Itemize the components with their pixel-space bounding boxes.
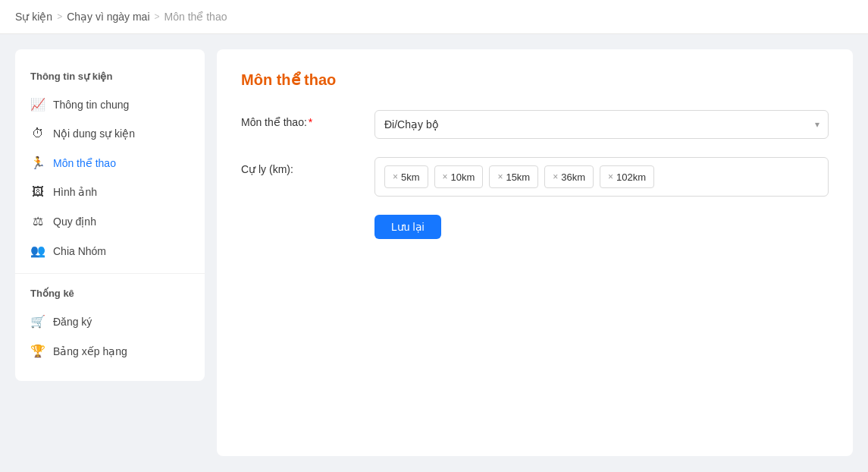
tag-close-36km[interactable]: ×	[553, 171, 558, 182]
tag-5km: × 5km	[384, 165, 428, 188]
tag-15km: × 15km	[489, 165, 538, 188]
distance-label: Cự ly (km):	[241, 157, 362, 175]
sidebar-divider	[15, 273, 205, 274]
tag-label-36km: 36km	[561, 171, 585, 183]
tag-label-15km: 15km	[506, 171, 530, 183]
sidebar-item-noi-dung-su-kien[interactable]: ⏱ Nội dung sự kiện	[15, 119, 205, 148]
breadcrumb-sep-2: >	[155, 11, 160, 22]
sidebar-label-thong-tin-chung: Thông tin chung	[53, 99, 129, 111]
sidebar-item-hinh-anh[interactable]: 🖼 Hình ảnh	[15, 178, 205, 206]
tag-close-102km[interactable]: ×	[608, 171, 613, 182]
sport-type-row: Môn thể thao:* Đi/Chạy bộ Đạp xe Bơi lội…	[241, 110, 829, 139]
tag-label-5km: 5km	[401, 171, 420, 183]
distance-row: Cự ly (km): × 5km × 10km × 15km	[241, 157, 829, 197]
breadcrumb-su-kien[interactable]: Sự kiện	[15, 11, 52, 23]
save-row: Lưu lại	[241, 215, 829, 239]
sidebar-label-hinh-anh: Hình ảnh	[53, 186, 97, 198]
tags-container: × 5km × 10km × 15km × 36km	[374, 157, 829, 197]
image-icon: 🖼	[30, 185, 45, 199]
breadcrumb-mon-the-thao: Môn thể thao	[165, 11, 227, 23]
sidebar-label-dang-ky: Đăng ký	[53, 316, 92, 328]
page-title: Môn thể thao	[241, 71, 829, 89]
tag-close-15km[interactable]: ×	[497, 171, 503, 182]
sidebar-item-quy-dinh[interactable]: ⚖ Quy định	[15, 206, 205, 236]
sidebar-label-mon-the-thao: Môn thể thao	[53, 157, 116, 169]
trophy-icon: 🏆	[30, 344, 45, 358]
sidebar-label-bang-xep-hang: Bảng xếp hạng	[53, 345, 127, 357]
sidebar-label-quy-dinh: Quy định	[53, 216, 96, 228]
save-button[interactable]: Lưu lại	[374, 215, 441, 239]
sport-type-control: Đi/Chạy bộ Đạp xe Bơi lội ▾	[374, 110, 829, 139]
sidebar: Thông tin sự kiện 📈 Thông tin chung ⏱ Nộ…	[15, 49, 205, 381]
tag-label-10km: 10km	[451, 171, 475, 183]
sport-select-wrapper: Đi/Chạy bộ Đạp xe Bơi lội ▾	[374, 110, 829, 139]
distance-tags-control: × 5km × 10km × 15km × 36km	[374, 157, 829, 197]
clock-icon: ⏱	[30, 127, 45, 140]
sidebar-section-title-2: Thống kê	[15, 282, 205, 307]
breadcrumb-chay-vi-ngay-mai[interactable]: Chạy vì ngày mai	[67, 11, 149, 23]
tag-close-10km[interactable]: ×	[443, 171, 448, 182]
sidebar-item-mon-the-thao[interactable]: 🏃 Môn thể thao	[15, 148, 205, 178]
cart-icon: 🛒	[30, 314, 45, 329]
group-icon: 👥	[30, 244, 45, 258]
sidebar-item-bang-xep-hang[interactable]: 🏆 Bảng xếp hạng	[15, 336, 205, 366]
tag-label-102km: 102km	[616, 171, 646, 183]
sidebar-item-thong-tin-chung[interactable]: 📈 Thông tin chung	[15, 90, 205, 119]
sidebar-section-title-1: Thông tin sự kiện	[15, 65, 205, 90]
breadcrumb-sep-1: >	[57, 11, 62, 22]
sidebar-label-noi-dung-su-kien: Nội dung sự kiện	[53, 127, 135, 140]
tag-10km: × 10km	[434, 165, 484, 188]
tag-close-5km[interactable]: ×	[393, 171, 398, 182]
sidebar-label-chia-nhom: Chia Nhóm	[53, 245, 106, 257]
sidebar-item-dang-ky[interactable]: 🛒 Đăng ký	[15, 307, 205, 336]
rules-icon: ⚖	[30, 214, 45, 228]
sidebar-item-chia-nhom[interactable]: 👥 Chia Nhóm	[15, 236, 205, 266]
tag-102km: × 102km	[600, 165, 654, 188]
sport-select[interactable]: Đi/Chạy bộ Đạp xe Bơi lội	[374, 110, 829, 139]
sport-type-label: Môn thể thao:*	[241, 110, 362, 128]
run-icon: 🏃	[30, 156, 45, 170]
chart-icon: 📈	[30, 97, 45, 112]
tag-36km: × 36km	[544, 165, 594, 188]
breadcrumb: Sự kiện > Chạy vì ngày mai > Môn thể tha…	[0, 0, 868, 34]
required-star: *	[309, 116, 312, 128]
main-content: Môn thể thao Môn thể thao:* Đi/Chạy bộ Đ…	[217, 49, 853, 456]
